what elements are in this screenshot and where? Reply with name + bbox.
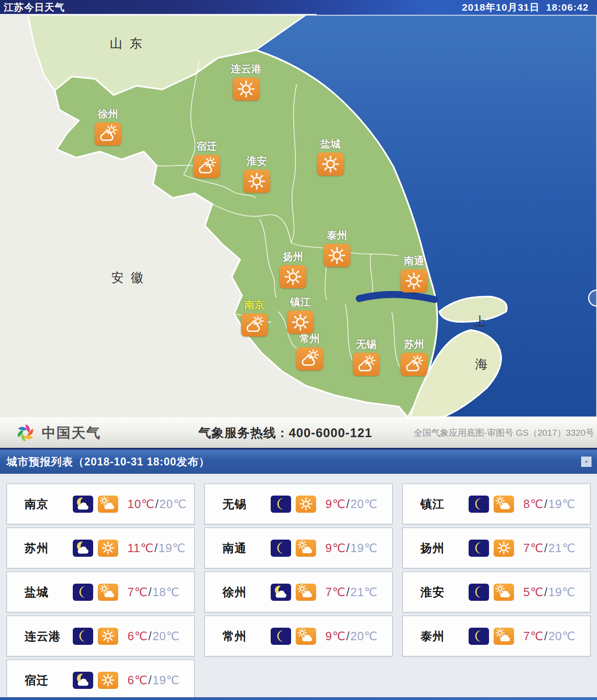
city-name: 盐城 <box>25 585 73 600</box>
province-label: 山 东 <box>110 35 144 52</box>
moon-cloud-icon <box>73 540 93 557</box>
temp-separator: / <box>544 497 548 510</box>
map-city-label: 无锡 <box>345 337 387 351</box>
temperature: 7℃/18℃ <box>127 585 180 599</box>
map-city-label: 扬州 <box>272 250 314 264</box>
sun-cloud-icon <box>296 628 316 645</box>
moon-icon <box>469 496 489 513</box>
province-label: 海 <box>475 356 489 373</box>
forecast-cell: 宿迁6℃/19℃ <box>6 660 195 700</box>
map-city-label: 苏州 <box>393 337 435 351</box>
temp-separator: / <box>346 585 350 598</box>
temp-separator: / <box>346 541 350 554</box>
forecast-section: 南京10℃/20℃无锡9℃/20℃镇江8℃/19℃苏州11℃/19℃南通9℃/1… <box>0 474 597 700</box>
moon-cloud-icon <box>271 584 291 601</box>
temperature: 7℃/21℃ <box>325 585 378 599</box>
temp-separator: / <box>148 585 152 598</box>
temperature: 10℃/20℃ <box>127 497 187 511</box>
forecast-cell: 无锡9℃/20℃ <box>204 484 393 524</box>
high-temp: 18℃ <box>152 585 180 598</box>
province-label: 安 徽 <box>111 269 146 286</box>
sun-cloud-icon <box>494 584 514 601</box>
sun-icon <box>98 672 118 689</box>
sun-cloud-icon <box>296 540 316 557</box>
high-temp: 20℃ <box>350 497 378 510</box>
forecast-cell: 镇江8℃/19℃ <box>402 484 591 524</box>
low-temp: 9℃ <box>325 541 346 554</box>
sun-cloud-icon <box>241 313 268 337</box>
city-name: 扬州 <box>420 541 469 556</box>
city-name: 宿迁 <box>25 673 73 688</box>
temp-separator: / <box>544 541 548 554</box>
low-temp: 7℃ <box>523 541 544 554</box>
map-city-label: 泰州 <box>316 229 358 242</box>
datetime-label: 2018年10月31日 18:06:42 <box>462 1 589 14</box>
temp-separator: / <box>346 497 350 510</box>
brand: 中国天气 <box>15 422 101 444</box>
low-temp: 10℃ <box>127 497 155 510</box>
moon-icon <box>73 584 93 601</box>
province-label: 上 <box>474 313 488 330</box>
forecast-cell: 常州9℃/20℃ <box>204 616 393 656</box>
forecast-list-header: 城市预报列表（2018-10-31 18:00发布） - <box>0 448 597 474</box>
sun-cloud-icon <box>95 122 121 146</box>
forecast-cell: 南京10℃/20℃ <box>6 484 195 524</box>
high-temp: 19℃ <box>548 585 576 598</box>
map-attribution-bar: 中国天气 气象服务热线 : 400-6000-121 全国气象应用底图-审图号 … <box>0 417 597 448</box>
moon-icon <box>271 540 291 557</box>
city-name: 连云港 <box>25 629 73 644</box>
low-temp: 11℃ <box>127 541 154 554</box>
sun-cloud-icon <box>98 584 118 601</box>
sun-icon <box>287 311 314 334</box>
page-title: 江苏今日天气 <box>4 1 65 14</box>
high-temp: 21℃ <box>548 541 576 554</box>
map-city-marker: 泰州 <box>316 229 358 267</box>
forecast-cell: 泰州7℃/20℃ <box>402 616 591 656</box>
low-temp: 7℃ <box>523 630 544 643</box>
moon-icon <box>469 628 489 645</box>
map-city-label: 南京 <box>234 298 275 312</box>
map-city-label: 南通 <box>393 254 435 268</box>
forecast-cell: 连云港6℃/20℃ <box>6 616 195 656</box>
temp-separator: / <box>346 630 350 643</box>
map-city-marker: 连云港 <box>225 62 267 101</box>
low-temp: 5℃ <box>523 585 544 598</box>
sun-cloud-icon <box>353 353 380 376</box>
minimize-button[interactable]: - <box>581 457 591 467</box>
temp-separator: / <box>155 497 159 510</box>
title-bar: 江苏今日天气 2018年10月31日 18:06:42 <box>0 0 597 15</box>
map-city-marker: 淮安 <box>236 154 278 193</box>
high-temp: 19℃ <box>548 497 576 510</box>
map-city-label: 宿迁 <box>186 140 228 153</box>
forecast-cell: 扬州7℃/21℃ <box>402 528 591 568</box>
forecast-grid: 南京10℃/20℃无锡9℃/20℃镇江8℃/19℃苏州11℃/19℃南通9℃/1… <box>6 484 591 700</box>
map-city-marker: 无锡 <box>345 337 387 376</box>
map-city-label: 徐州 <box>87 107 129 121</box>
map-license-label: 全国气象应用底图-审图号 GS（2017）3320号 <box>413 427 594 439</box>
low-temp: 9℃ <box>325 497 346 510</box>
map-city-label: 盐城 <box>310 137 351 151</box>
map-city-marker: 镇江 <box>279 295 321 334</box>
sun-icon <box>317 153 344 176</box>
forecast-cell: 南通9℃/19℃ <box>204 528 393 568</box>
sun-cloud-icon <box>494 496 514 513</box>
temperature: 6℃/19℃ <box>127 674 180 687</box>
province-weather-map: 山 东安 徽上海连云港徐州宿迁淮安盐城泰州扬州南通南京镇江常州无锡苏州 <box>0 15 597 417</box>
low-temp: 7℃ <box>127 585 148 598</box>
temperature: 5℃/19℃ <box>523 585 576 599</box>
temperature: 7℃/20℃ <box>523 630 576 643</box>
temperature: 9℃/19℃ <box>325 541 378 555</box>
map-city-marker: 常州 <box>289 332 330 370</box>
sun-icon <box>296 496 316 513</box>
sun-cloud-icon <box>296 347 323 370</box>
city-name: 徐州 <box>222 585 271 600</box>
city-name: 南京 <box>25 496 73 512</box>
sun-icon <box>324 244 350 267</box>
sun-cloud-icon <box>400 353 427 376</box>
map-city-marker: 苏州 <box>393 337 435 376</box>
map-city-label: 常州 <box>289 332 330 346</box>
forecast-cell: 苏州11℃/19℃ <box>6 528 195 568</box>
forecast-cell: 淮安5℃/19℃ <box>402 572 591 612</box>
low-temp: 7℃ <box>325 585 346 598</box>
moon-icon <box>469 584 489 601</box>
